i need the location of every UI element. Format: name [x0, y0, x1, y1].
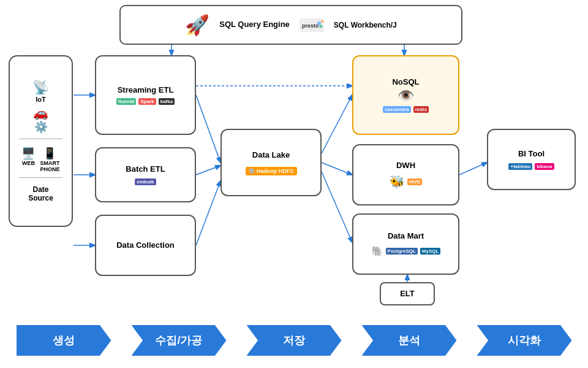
stage-4: 분석 [360, 324, 458, 356]
nosql-eye-icon: 👁️ [398, 88, 414, 104]
svg-line-3 [196, 95, 221, 163]
rocket-icon: 🚀 [185, 13, 209, 37]
postgres-icon: 🐘 [371, 245, 383, 257]
stage-5-label: 시각화 [508, 333, 541, 348]
svg-line-7 [322, 163, 352, 175]
svg-point-17 [321, 20, 323, 23]
batch-etl-icons: embulk [135, 178, 156, 185]
bottom-bar: 생성 수집/가공 저장 분석 시각화 [0, 313, 588, 368]
batch-etl-label: Batch ETL [126, 164, 165, 175]
kibana-badge: kibana [535, 163, 554, 170]
kafka-badge: kafka [159, 98, 175, 105]
tableau-badge: +tableau [508, 163, 532, 170]
stage-3-arrow: 저장 [247, 325, 342, 356]
phone-label: SMARTPHONE [40, 160, 59, 172]
data-lake-box: Data Lake 🐘 Hadoop HDFS [221, 129, 322, 196]
postgres-badge: PostgreSQL [386, 248, 418, 255]
date-source-label: DateSource [28, 185, 53, 202]
hive-icon: 🐝 [390, 174, 405, 189]
cassandra-badge: cassandra [383, 106, 411, 113]
stage-5: 시각화 [475, 324, 573, 356]
stage-3-label: 저장 [283, 333, 305, 348]
nosql-box: NoSQL 👁️ cassandra redis [352, 55, 459, 135]
data-mart-box: Data Mart 🐘 PostgreSQL MySQL [352, 213, 459, 275]
iot-label: IoT [36, 96, 46, 103]
bi-tool-box: BI Tool +tableau kibana [487, 129, 576, 190]
fluentd-badge: fluentd [116, 98, 137, 105]
data-mart-label: Data Mart [388, 231, 424, 242]
sql-query-engine-box: 🚀 SQL Query Engine presto SQL Workbench/… [119, 5, 462, 45]
stage-4-arrow: 분석 [362, 325, 457, 356]
sql-workbench-label: SQL Workbench/J [334, 21, 397, 29]
svg-line-4 [196, 166, 221, 175]
phone-icon: 📱 [40, 147, 59, 160]
svg-text:presto: presto [302, 23, 319, 29]
date-source-box: 📡 IoT 🚗 ⚙️ 🖥️ WEB 📱 SMARTPHONE DateSourc… [9, 55, 73, 227]
stage-1-arrow: 생성 [17, 325, 111, 356]
bi-tool-label: BI Tool [518, 149, 545, 159]
hadoop-logo: 🐘 Hadoop HDFS [246, 166, 297, 175]
data-collection-box: Data Collection [95, 215, 196, 276]
presto-icon: presto [300, 18, 324, 32]
hive-badge: HIVE [407, 178, 423, 185]
dwh-box: DWH 🐝 HIVE [352, 144, 459, 205]
web-label: WEB [21, 160, 35, 166]
mysql-badge: MySQL [420, 248, 441, 255]
hadoop-badge: 🐘 Hadoop HDFS [246, 167, 297, 175]
svg-point-16 [317, 21, 321, 25]
web-icon: 🖥️ [21, 147, 35, 160]
embulk-badge: embulk [135, 178, 156, 185]
spark-badge: Spark [138, 98, 156, 105]
elt-label: ELT [400, 289, 415, 299]
dwh-label: DWH [396, 161, 415, 171]
elt-box: ELT [380, 282, 435, 305]
streaming-etl-label: Streaming ETL [118, 85, 174, 96]
web-phone-row: 🖥️ WEB 📱 SMARTPHONE [21, 147, 59, 172]
sql-query-label: SQL Query Engine [219, 20, 290, 30]
stage-2: 수집/가공 [130, 324, 228, 356]
stage-2-arrow: 수집/가공 [132, 325, 227, 356]
stage-5-arrow: 시각화 [477, 325, 572, 356]
stage-4-label: 분석 [398, 333, 420, 348]
streaming-etl-box: Streaming ETL fluentd Spark kafka [95, 55, 196, 135]
gear-icon: ⚙️ [34, 120, 48, 134]
svg-line-8 [322, 172, 352, 242]
svg-point-18 [319, 25, 322, 28]
stage-3: 저장 [245, 324, 343, 356]
data-lake-label: Data Lake [252, 150, 290, 161]
data-mart-icons: 🐘 PostgreSQL MySQL [371, 245, 441, 257]
redis-badge: redis [413, 106, 429, 113]
dwh-icons: 🐝 HIVE [390, 174, 423, 189]
nosql-label: NoSQL [392, 77, 419, 88]
svg-line-6 [322, 95, 352, 153]
stage-1-label: 생성 [53, 333, 75, 348]
nosql-icons: cassandra redis [383, 106, 429, 113]
stage-2-label: 수집/가공 [155, 333, 202, 348]
car-icon: 🚗 [33, 105, 48, 120]
streaming-etl-icons: fluentd Spark kafka [116, 98, 175, 105]
diagram-area: 🚀 SQL Query Engine presto SQL Workbench/… [0, 0, 588, 313]
batch-etl-box: Batch ETL embulk [95, 147, 196, 202]
bi-tool-icons: +tableau kibana [508, 163, 554, 170]
stage-1: 생성 [15, 324, 113, 356]
data-collection-label: Data Collection [116, 240, 175, 251]
svg-line-11 [459, 163, 487, 175]
svg-line-5 [196, 181, 221, 245]
iot-icon: 📡 [32, 80, 49, 96]
